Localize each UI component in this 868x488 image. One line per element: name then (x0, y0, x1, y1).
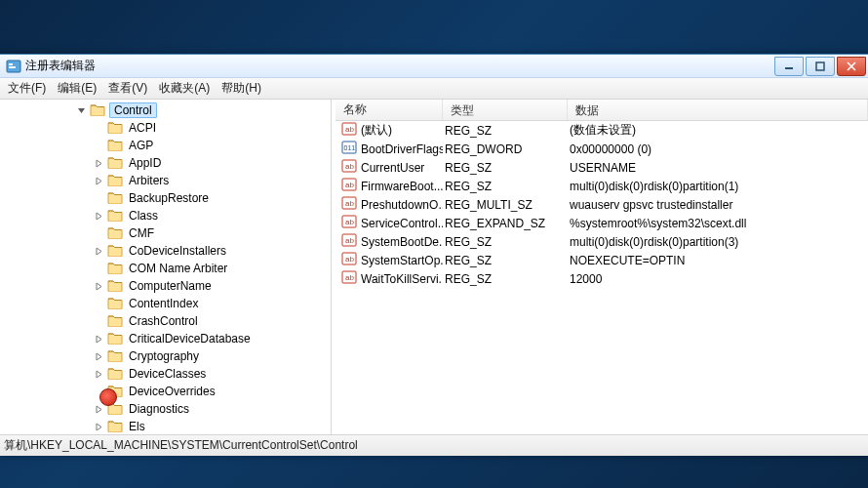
tree-item[interactable]: Cryptography (0, 347, 331, 365)
status-path: 算机\HKEY_LOCAL_MACHINE\SYSTEM\CurrentCont… (4, 437, 358, 454)
svg-text:ab: ab (345, 162, 354, 171)
tree-item[interactable]: DeviceClasses (0, 365, 331, 383)
value-name: SystemBootDe... (361, 235, 443, 249)
value-row[interactable]: abServiceControl...REG_EXPAND_SZ%systemr… (335, 214, 868, 232)
tree-expand-icon[interactable] (94, 422, 104, 432)
string-value-icon: ab (341, 121, 361, 140)
value-row[interactable]: abFirmwareBoot...REG_SZmulti(0)disk(0)rd… (335, 177, 868, 195)
tree-item[interactable]: ComputerName (0, 277, 331, 295)
value-type: REG_DWORD (443, 142, 568, 156)
tree-item[interactable]: CrashControl (0, 312, 331, 330)
value-data: NOEXECUTE=OPTIN (568, 254, 868, 267)
tree-item-label: CriticalDeviceDatabase (127, 332, 253, 346)
value-data: wuauserv gpsvc trustedinstaller (568, 198, 868, 212)
value-row[interactable]: abSystemBootDe...REG_SZmulti(0)disk(0)rd… (335, 232, 868, 251)
tree-item[interactable]: Arbiters (0, 172, 331, 189)
folder-icon (107, 225, 127, 242)
tree-item-label: DeviceOverrides (127, 385, 217, 398)
close-button[interactable] (837, 57, 866, 76)
value-type: REG_EXPAND_SZ (443, 217, 568, 230)
tree-item[interactable]: Diagnostics (0, 400, 331, 418)
tree-item-label: COM Name Arbiter (127, 262, 229, 275)
tree-item[interactable]: AGP (0, 137, 331, 154)
tree-item[interactable]: COM Name Arbiter (0, 260, 331, 277)
value-data: multi(0)disk(0)rdisk(0)partition(1) (568, 180, 868, 193)
statusbar: 算机\HKEY_LOCAL_MACHINE\SYSTEM\CurrentCont… (0, 434, 868, 456)
tree-item[interactable]: CMF (0, 224, 331, 242)
value-row[interactable]: 011BootDriverFlagsREG_DWORD0x00000000 (0… (335, 140, 868, 158)
folder-icon (90, 102, 109, 119)
tree-item[interactable]: CriticalDeviceDatabase (0, 330, 331, 347)
value-type: REG_SZ (443, 161, 568, 175)
value-row[interactable]: abCurrentUserREG_SZUSERNAME (335, 158, 868, 177)
svg-rect-1 (9, 63, 13, 65)
value-type: REG_SZ (443, 235, 568, 249)
tree-expand-icon[interactable] (94, 334, 104, 345)
tree-item[interactable]: DeviceOverrides (0, 383, 331, 400)
titlebar[interactable]: 注册表编辑器 (0, 55, 868, 78)
tree-item-label: AGP (127, 139, 155, 152)
folder-icon (107, 173, 127, 189)
value-data: multi(0)disk(0)rdisk(0)partition(3) (568, 235, 868, 249)
tree-item[interactable]: Control (0, 102, 331, 119)
value-data: (数值未设置) (568, 122, 868, 139)
tree-item[interactable]: BackupRestore (0, 189, 331, 207)
tree-expand-icon[interactable] (94, 211, 104, 222)
folder-icon (107, 401, 127, 418)
tree-item[interactable]: AppID (0, 154, 331, 172)
tree-item[interactable]: Els (0, 418, 331, 434)
svg-text:ab: ab (345, 255, 354, 264)
tree-expand-icon[interactable] (94, 158, 104, 169)
col-header-type[interactable]: 类型 (443, 100, 568, 120)
menu-edit[interactable]: 编辑(E) (52, 78, 102, 99)
value-data: USERNAME (568, 161, 868, 175)
tree-collapse-icon[interactable] (76, 105, 87, 116)
list-header[interactable]: 名称 类型 数据 (335, 100, 868, 121)
tree-item-label: ContentIndex (127, 297, 200, 310)
tree-expand-icon[interactable] (94, 281, 104, 292)
folder-icon (107, 138, 127, 154)
tree-expand-icon[interactable] (94, 404, 104, 415)
value-data: %systemroot%\system32\scext.dll (568, 217, 868, 230)
tree-expand-icon[interactable] (94, 369, 104, 380)
value-type: REG_SZ (443, 124, 568, 138)
svg-text:ab: ab (345, 218, 354, 226)
value-list-pane[interactable]: 名称 类型 数据 ab(默认)REG_SZ(数值未设置)011BootDrive… (335, 100, 868, 434)
tree-item[interactable]: ContentIndex (0, 295, 331, 312)
value-row[interactable]: ab(默认)REG_SZ(数值未设置) (335, 121, 868, 140)
maximize-button[interactable] (806, 57, 835, 76)
menu-file[interactable]: 文件(F) (2, 78, 52, 99)
folder-icon (107, 384, 127, 400)
svg-text:ab: ab (345, 181, 354, 189)
menu-view[interactable]: 查看(V) (102, 78, 153, 99)
col-header-name[interactable]: 名称 (335, 100, 443, 120)
minimize-button[interactable] (774, 57, 804, 76)
value-name: SystemStartOp... (361, 254, 443, 267)
svg-text:ab: ab (345, 273, 354, 282)
menu-help[interactable]: 帮助(H) (216, 78, 267, 99)
tree-item[interactable]: CoDeviceInstallers (0, 242, 331, 260)
regedit-app-icon (6, 59, 21, 74)
folder-icon (107, 120, 127, 137)
tree-expand-icon[interactable] (94, 176, 104, 186)
col-header-data[interactable]: 数据 (568, 100, 868, 120)
value-name: ServiceControl... (361, 217, 443, 230)
value-row[interactable]: abPreshutdownO...REG_MULTI_SZwuauserv gp… (335, 195, 868, 214)
value-row[interactable]: abSystemStartOp...REG_SZ NOEXECUTE=OPTIN (335, 251, 868, 269)
tree-item[interactable]: Class (0, 207, 331, 224)
tree-item-label: AppID (127, 156, 163, 170)
value-data: 12000 (568, 272, 868, 286)
tree-item[interactable]: ACPI (0, 119, 331, 137)
tree-pane[interactable]: ControlACPIAGPAppIDArbitersBackupRestore… (0, 100, 332, 434)
binary-value-icon: 011 (341, 140, 361, 158)
folder-icon (107, 313, 127, 330)
window-controls (774, 57, 866, 76)
value-name: FirmwareBoot... (361, 180, 443, 193)
svg-text:011: 011 (344, 144, 356, 151)
menu-fav[interactable]: 收藏夹(A) (153, 78, 216, 99)
tree-expand-icon[interactable] (94, 246, 104, 257)
tree-item-label: BackupRestore (127, 191, 211, 205)
value-row[interactable]: abWaitToKillServi...REG_SZ12000 (335, 269, 868, 288)
tree-expand-icon[interactable] (94, 351, 104, 362)
folder-icon (107, 190, 127, 207)
